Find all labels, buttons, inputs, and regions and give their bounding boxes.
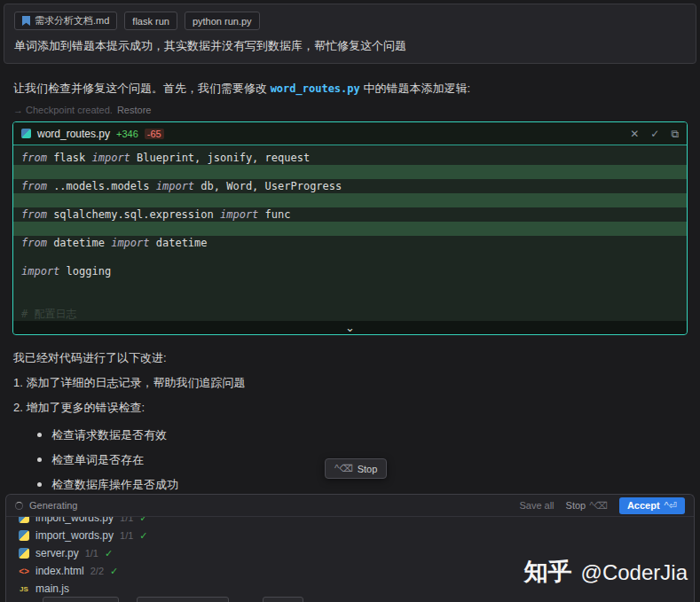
accept-all-button[interactable]: Accept ^⏎ xyxy=(619,497,685,514)
file-name: import_words.py xyxy=(35,529,114,542)
bullet-item: 检查请求数据是否有效 xyxy=(36,427,687,443)
context-chip[interactable]: flask run xyxy=(124,12,177,30)
zhihu-logo: 知乎 xyxy=(524,556,572,588)
accept-change-icon[interactable]: ✓ xyxy=(650,129,659,139)
stop-shortcut: ^⌫ xyxy=(334,463,353,474)
watermark-handle: @CoderJia xyxy=(581,560,688,585)
context-chip[interactable]: python run.py xyxy=(185,12,260,30)
clipped-chip xyxy=(43,597,119,602)
panel-stop-shortcut: ^⌫ xyxy=(589,500,608,512)
user-message: 单词添加到错题本提示成功，其实数据并没有写到数据库，帮忙修复这个问题 xyxy=(14,38,686,54)
stop-generation-button[interactable]: ^⌫ Stop xyxy=(325,458,387,479)
code-line: # 配置日志 xyxy=(13,307,687,321)
file-name: import_words.py xyxy=(35,517,114,524)
improvement-points: 1. 添加了详细的日志记录，帮助我们追踪问题2. 增加了更多的错误检查: xyxy=(13,375,687,416)
file-link[interactable]: word_routes.py xyxy=(271,82,360,95)
py-file-icon xyxy=(19,548,29,559)
python-file-icon xyxy=(21,129,31,138)
panel-actions: Save all Stop ^⌫ Accept ^⏎ xyxy=(519,497,685,514)
html-file-icon: <> xyxy=(19,566,29,576)
chip-label: 需求分析文档.md xyxy=(35,14,109,27)
bullet-item: 检查数据库操作是否成功 xyxy=(36,477,687,493)
clipped-bottom-row xyxy=(5,595,695,602)
check-icon: ✓ xyxy=(105,548,113,559)
context-chips: 需求分析文档.mdflask runpython run.py xyxy=(14,12,686,30)
code-line: from ..models.models import db, Word, Us… xyxy=(13,179,687,193)
file-name: main.js xyxy=(35,582,69,595)
diff-header: word_routes.py +346 -65 ✕ ✓ ⧉ xyxy=(13,122,687,145)
deletions-count: -65 xyxy=(145,129,164,139)
diff-card: word_routes.py +346 -65 ✕ ✓ ⧉ from flask… xyxy=(12,121,688,335)
check-icon: ✓ xyxy=(110,566,118,577)
assistant-answer: 我已经对代码进行了以下改进: 1. 添加了详细的日志记录，帮助我们追踪问题2. … xyxy=(13,350,687,518)
check-icon: ✓ xyxy=(139,517,147,524)
intro-text-suffix: 中的错题本添加逻辑: xyxy=(360,82,470,95)
panel-header: Generating Save all Stop ^⌫ Accept ^⏎ xyxy=(6,495,694,517)
save-all-button[interactable]: Save all xyxy=(519,500,554,511)
expand-code-button[interactable]: ⌄ xyxy=(13,321,687,334)
diff-filename: word_routes.py xyxy=(37,128,110,140)
file-name: server.py xyxy=(35,547,79,559)
code-line xyxy=(13,193,687,207)
generation-status: Generating xyxy=(29,500,77,511)
code-line xyxy=(13,293,687,307)
markdown-file-icon xyxy=(22,16,30,26)
code-line xyxy=(13,165,687,179)
loading-spinner-icon xyxy=(15,502,23,510)
panel-stop-label: Stop xyxy=(566,500,586,512)
file-progress: 1/1 xyxy=(85,548,98,559)
checkpoint-label: → Checkpoint created. xyxy=(13,105,113,115)
accept-shortcut: ^⏎ xyxy=(665,500,677,512)
watermark: 知乎 @CoderJia xyxy=(524,556,688,588)
file-row[interactable]: import_words.py1/1✓ xyxy=(19,527,694,544)
code-line: from datetime import datetime xyxy=(13,236,687,250)
chevron-down-icon: ⌄ xyxy=(345,324,355,332)
code-line xyxy=(13,222,687,236)
file-row[interactable]: import_words.py1/1✓ xyxy=(19,517,694,527)
diff-actions: ✕ ✓ ⧉ xyxy=(630,129,679,139)
answer-paragraph: 2. 增加了更多的错误检查: xyxy=(13,400,687,416)
answer-paragraph: 1. 添加了详细的日志记录，帮助我们追踪问题 xyxy=(13,375,687,391)
summary-heading: 我已经对代码进行了以下改进: xyxy=(13,350,687,366)
clipped-chip xyxy=(263,597,303,602)
chip-label: flask run xyxy=(132,16,169,27)
intro-text-prefix: 让我们检查并修复这个问题。首先，我们需要修改 xyxy=(13,82,271,95)
context-chip[interactable]: 需求分析文档.md xyxy=(14,12,117,30)
checkpoint-row: → Checkpoint created.Restore xyxy=(13,105,687,115)
file-progress: 1/1 xyxy=(120,530,133,541)
open-file-icon[interactable]: ⧉ xyxy=(671,129,679,139)
stop-label: Stop xyxy=(358,464,378,474)
js-file-icon: JS xyxy=(19,583,29,594)
file-progress: 1/1 xyxy=(120,517,133,523)
additions-count: +346 xyxy=(116,129,138,139)
panel-stop-button[interactable]: Stop ^⌫ xyxy=(566,500,608,512)
chip-label: python run.py xyxy=(193,16,252,27)
code-line: from sqlalchemy.sql.expression import fu… xyxy=(13,207,687,222)
code-line xyxy=(13,278,687,293)
assistant-intro: 让我们检查并修复这个问题。首先，我们需要修改 word_routes.py 中的… xyxy=(13,81,687,97)
reject-change-icon[interactable]: ✕ xyxy=(630,129,639,139)
code-line: import logging xyxy=(13,264,687,278)
clipped-chip xyxy=(137,597,229,602)
context-header: 需求分析文档.mdflask runpython run.py 单词添加到错题本… xyxy=(4,4,696,64)
py-file-icon xyxy=(19,530,29,541)
py-file-icon xyxy=(19,517,29,523)
file-name: index.html xyxy=(35,565,84,577)
checkpoint-restore-button[interactable]: Restore xyxy=(117,105,152,115)
code-line: from flask import Blueprint, jsonify, re… xyxy=(13,151,687,165)
file-progress: 2/2 xyxy=(90,566,104,576)
code-area: from flask import Blueprint, jsonify, re… xyxy=(13,145,687,321)
check-icon: ✓ xyxy=(139,530,147,542)
code-line xyxy=(13,250,687,264)
accept-label: Accept xyxy=(627,500,660,511)
